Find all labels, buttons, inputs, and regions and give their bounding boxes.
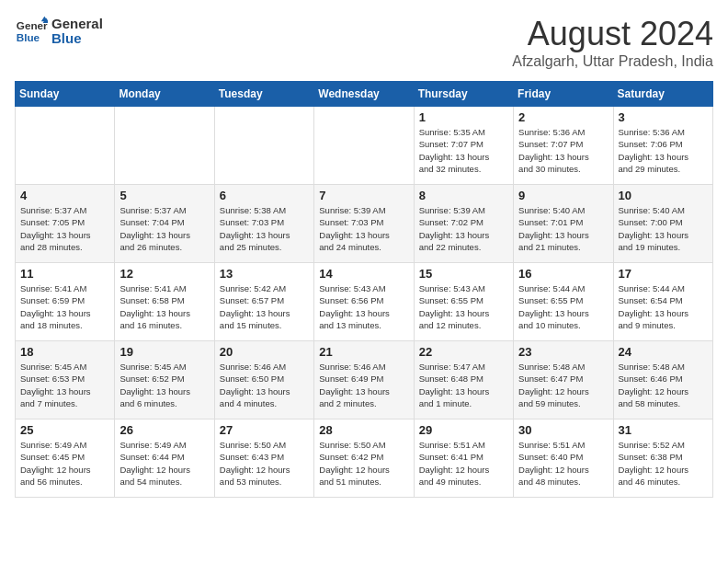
cell-week1-day4 (314, 107, 414, 185)
day-info: Sunrise: 5:44 AM Sunset: 6:54 PM Dayligh… (619, 282, 708, 331)
header-thursday: Thursday (414, 82, 513, 107)
day-info: Sunrise: 5:50 AM Sunset: 6:42 PM Dayligh… (319, 439, 408, 488)
day-info: Sunrise: 5:47 AM Sunset: 6:48 PM Dayligh… (419, 361, 508, 409)
day-number: 17 (619, 267, 708, 281)
cell-week5-day6: 30Sunrise: 5:51 AM Sunset: 6:40 PM Dayli… (514, 419, 613, 498)
day-number: 7 (319, 189, 408, 202)
day-number: 5 (119, 189, 209, 202)
cell-week3-day4: 14Sunrise: 5:43 AM Sunset: 6:56 PM Dayli… (314, 263, 414, 341)
day-header-row: Sunday Monday Tuesday Wednesday Thursday… (16, 82, 713, 107)
day-info: Sunrise: 5:39 AM Sunset: 7:03 PM Dayligh… (319, 204, 408, 253)
logo-icon: General Blue (15, 15, 48, 48)
day-info: Sunrise: 5:36 AM Sunset: 7:07 PM Dayligh… (518, 126, 608, 175)
cell-week2-day6: 9Sunrise: 5:40 AM Sunset: 7:01 PM Daylig… (514, 185, 613, 263)
day-info: Sunrise: 5:50 AM Sunset: 6:43 PM Dayligh… (220, 439, 309, 488)
day-info: Sunrise: 5:39 AM Sunset: 7:02 PM Dayligh… (419, 204, 508, 253)
day-number: 27 (220, 423, 309, 437)
week-row-1: 1Sunrise: 5:35 AM Sunset: 7:07 PM Daylig… (16, 107, 713, 185)
day-info: Sunrise: 5:44 AM Sunset: 6:55 PM Dayligh… (518, 282, 608, 331)
page-header: General Blue General Blue August 2024 Af… (15, 15, 713, 70)
day-number: 14 (319, 267, 408, 281)
day-number: 25 (20, 423, 109, 437)
day-info: Sunrise: 5:40 AM Sunset: 7:01 PM Dayligh… (518, 204, 608, 253)
cell-week1-day5: 1Sunrise: 5:35 AM Sunset: 7:07 PM Daylig… (414, 107, 513, 185)
cell-week4-day3: 20Sunrise: 5:46 AM Sunset: 6:50 PM Dayli… (214, 341, 313, 419)
cell-week5-day5: 29Sunrise: 5:51 AM Sunset: 6:41 PM Dayli… (414, 419, 513, 498)
calendar-table: Sunday Monday Tuesday Wednesday Thursday… (15, 81, 713, 498)
day-info: Sunrise: 5:43 AM Sunset: 6:55 PM Dayligh… (419, 282, 508, 331)
day-number: 8 (419, 189, 508, 202)
day-number: 28 (319, 423, 408, 437)
day-info: Sunrise: 5:52 AM Sunset: 6:38 PM Dayligh… (619, 439, 708, 488)
day-info: Sunrise: 5:45 AM Sunset: 6:53 PM Dayligh… (20, 361, 109, 409)
day-number: 30 (518, 423, 608, 437)
day-info: Sunrise: 5:36 AM Sunset: 7:06 PM Dayligh… (619, 126, 708, 175)
day-info: Sunrise: 5:46 AM Sunset: 6:49 PM Dayligh… (319, 361, 408, 409)
cell-week2-day3: 6Sunrise: 5:38 AM Sunset: 7:03 PM Daylig… (214, 185, 313, 263)
cell-week1-day3 (214, 107, 313, 185)
cell-week3-day6: 16Sunrise: 5:44 AM Sunset: 6:55 PM Dayli… (514, 263, 613, 341)
cell-week1-day6: 2Sunrise: 5:36 AM Sunset: 7:07 PM Daylig… (514, 107, 613, 185)
cell-week1-day2 (115, 107, 214, 185)
day-number: 13 (220, 267, 309, 281)
day-number: 26 (119, 423, 209, 437)
day-number: 2 (518, 110, 608, 124)
day-number: 10 (619, 189, 708, 202)
cell-week2-day1: 4Sunrise: 5:37 AM Sunset: 7:05 PM Daylig… (16, 185, 115, 263)
header-wednesday: Wednesday (314, 82, 414, 107)
header-monday: Monday (115, 82, 214, 107)
header-saturday: Saturday (613, 82, 712, 107)
week-row-4: 18Sunrise: 5:45 AM Sunset: 6:53 PM Dayli… (16, 341, 713, 419)
day-number: 11 (20, 267, 109, 281)
day-info: Sunrise: 5:42 AM Sunset: 6:57 PM Dayligh… (220, 282, 309, 331)
cell-week4-day5: 22Sunrise: 5:47 AM Sunset: 6:48 PM Dayli… (414, 341, 513, 419)
day-info: Sunrise: 5:43 AM Sunset: 6:56 PM Dayligh… (319, 282, 408, 331)
day-info: Sunrise: 5:49 AM Sunset: 6:44 PM Dayligh… (119, 439, 209, 488)
day-number: 21 (319, 345, 408, 359)
week-row-2: 4Sunrise: 5:37 AM Sunset: 7:05 PM Daylig… (16, 185, 713, 263)
cell-week3-day7: 17Sunrise: 5:44 AM Sunset: 6:54 PM Dayli… (613, 263, 712, 341)
week-row-3: 11Sunrise: 5:41 AM Sunset: 6:59 PM Dayli… (16, 263, 713, 341)
cell-week5-day2: 26Sunrise: 5:49 AM Sunset: 6:44 PM Dayli… (115, 419, 214, 498)
cell-week4-day1: 18Sunrise: 5:45 AM Sunset: 6:53 PM Dayli… (16, 341, 115, 419)
week-row-5: 25Sunrise: 5:49 AM Sunset: 6:45 PM Dayli… (16, 419, 713, 498)
day-info: Sunrise: 5:45 AM Sunset: 6:52 PM Dayligh… (119, 361, 209, 409)
cell-week2-day2: 5Sunrise: 5:37 AM Sunset: 7:04 PM Daylig… (115, 185, 214, 263)
day-number: 9 (518, 189, 608, 202)
day-number: 29 (419, 423, 508, 437)
day-number: 4 (20, 189, 109, 202)
cell-week5-day7: 31Sunrise: 5:52 AM Sunset: 6:38 PM Dayli… (613, 419, 712, 498)
cell-week5-day1: 25Sunrise: 5:49 AM Sunset: 6:45 PM Dayli… (16, 419, 115, 498)
day-number: 15 (419, 267, 508, 281)
svg-text:Blue: Blue (17, 31, 40, 43)
cell-week4-day2: 19Sunrise: 5:45 AM Sunset: 6:52 PM Dayli… (115, 341, 214, 419)
day-number: 12 (119, 267, 209, 281)
day-info: Sunrise: 5:37 AM Sunset: 7:04 PM Dayligh… (119, 204, 209, 253)
day-info: Sunrise: 5:41 AM Sunset: 6:59 PM Dayligh… (20, 282, 109, 331)
day-info: Sunrise: 5:48 AM Sunset: 6:47 PM Dayligh… (518, 361, 608, 409)
cell-week3-day3: 13Sunrise: 5:42 AM Sunset: 6:57 PM Dayli… (214, 263, 313, 341)
cell-week4-day7: 24Sunrise: 5:48 AM Sunset: 6:46 PM Dayli… (613, 341, 712, 419)
day-number: 18 (20, 345, 109, 359)
cell-week3-day1: 11Sunrise: 5:41 AM Sunset: 6:59 PM Dayli… (16, 263, 115, 341)
day-info: Sunrise: 5:38 AM Sunset: 7:03 PM Dayligh… (220, 204, 309, 253)
cell-week4-day6: 23Sunrise: 5:48 AM Sunset: 6:47 PM Dayli… (514, 341, 613, 419)
day-number: 24 (619, 345, 708, 359)
cell-week1-day7: 3Sunrise: 5:36 AM Sunset: 7:06 PM Daylig… (613, 107, 712, 185)
title-block: August 2024 Afzalgarh, Uttar Pradesh, In… (512, 15, 713, 70)
header-tuesday: Tuesday (214, 82, 313, 107)
header-friday: Friday (514, 82, 613, 107)
cell-week2-day4: 7Sunrise: 5:39 AM Sunset: 7:03 PM Daylig… (314, 185, 414, 263)
cell-week3-day2: 12Sunrise: 5:41 AM Sunset: 6:58 PM Dayli… (115, 263, 214, 341)
day-number: 6 (220, 189, 309, 202)
day-info: Sunrise: 5:46 AM Sunset: 6:50 PM Dayligh… (220, 361, 309, 409)
logo-blue: Blue (51, 31, 103, 47)
day-info: Sunrise: 5:41 AM Sunset: 6:58 PM Dayligh… (119, 282, 209, 331)
day-info: Sunrise: 5:37 AM Sunset: 7:05 PM Dayligh… (20, 204, 109, 253)
day-number: 23 (518, 345, 608, 359)
cell-week4-day4: 21Sunrise: 5:46 AM Sunset: 6:49 PM Dayli… (314, 341, 414, 419)
day-number: 16 (518, 267, 608, 281)
day-number: 31 (619, 423, 708, 437)
day-info: Sunrise: 5:48 AM Sunset: 6:46 PM Dayligh… (619, 361, 708, 409)
cell-week5-day4: 28Sunrise: 5:50 AM Sunset: 6:42 PM Dayli… (314, 419, 414, 498)
